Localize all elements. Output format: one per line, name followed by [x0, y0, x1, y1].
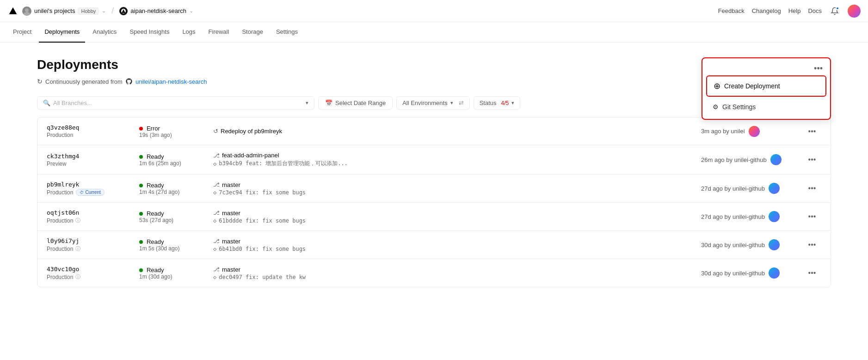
user-avatar: [769, 183, 780, 194]
row-more-button[interactable]: •••: [806, 267, 818, 279]
user-avatar: [749, 126, 760, 137]
tab-firewall[interactable]: Firewall: [203, 22, 235, 43]
docs-link[interactable]: Docs: [808, 7, 822, 14]
commit-icon: ◇: [213, 274, 216, 280]
status-indicator: Ready: [139, 266, 213, 273]
status-filter[interactable]: Status 4/5 ▾: [474, 96, 521, 110]
status-duration: 1m 5s (30d ago): [139, 245, 213, 252]
repo-badge[interactable]: aipan-netdisk-search ⌄: [119, 7, 193, 15]
plus-icon: ⊕: [714, 81, 720, 91]
topbar-left: unilei's projects Hobby ⌄ / aipan-netdis…: [7, 6, 718, 17]
tab-analytics[interactable]: Analytics: [87, 22, 122, 43]
repo-icon: [119, 7, 128, 15]
gear-icon: ⚙: [713, 103, 719, 111]
deployment-status-col: Ready 1m 5s (30d ago): [139, 238, 213, 252]
deployment-commit-col: ⎇ feat-add-admin-panel ◇ b394cb9 feat: 增…: [213, 152, 701, 168]
row-more-button[interactable]: •••: [806, 182, 818, 194]
more-options-button[interactable]: •••: [814, 64, 823, 74]
deploy-id: pb9mlreyk: [47, 181, 139, 188]
vercel-logo[interactable]: [7, 6, 18, 17]
status-duration: 19s (3m ago): [139, 132, 213, 138]
deploy-id: q3vze88eq: [47, 124, 139, 131]
deploy-id: l0y96i7yj: [47, 237, 139, 244]
deployment-status-col: Ready 53s (27d ago): [139, 210, 213, 223]
deployment-time-col: 30d ago by unilei-github: [701, 239, 803, 250]
date-range-filter[interactable]: 📅 Select Date Range: [318, 96, 393, 110]
commit-info: ◇ dec0497 fix: update the kw: [213, 274, 701, 280]
tab-storage[interactable]: Storage: [236, 22, 269, 43]
topbar-right: Feedback Changelog Help Docs: [718, 5, 861, 18]
tab-project[interactable]: Project: [7, 22, 37, 43]
row-actions-col: •••: [803, 154, 821, 166]
row-more-button[interactable]: •••: [806, 154, 818, 166]
environments-filter[interactable]: All Environments ▾ ⇄: [396, 96, 470, 110]
status-label: Status: [480, 99, 497, 106]
row-actions-col: •••: [803, 182, 821, 194]
deployment-commit-col: ⎇ master ◇ 6b41bd0 fix: fix some bugs: [213, 238, 701, 252]
row-more-button[interactable]: •••: [806, 239, 818, 251]
changelog-link[interactable]: Changelog: [752, 7, 781, 14]
feedback-link[interactable]: Feedback: [718, 7, 745, 14]
env-chevron-icon: ▾: [450, 100, 453, 106]
tab-settings[interactable]: Settings: [271, 22, 303, 43]
repo-link[interactable]: unilei/aipan-netdisk-search: [135, 78, 207, 85]
date-range-label: Select Date Range: [335, 99, 386, 106]
repo-name-label: aipan-netdisk-search: [130, 7, 186, 14]
tab-deployments[interactable]: Deployments: [39, 22, 85, 43]
environments-label: All Environments: [402, 99, 448, 106]
search-icon: 🔍: [43, 99, 50, 106]
status-text: Ready: [147, 238, 164, 245]
branches-placeholder: All Branches...: [53, 99, 92, 106]
deployment-status-col: Ready 1m 4s (27d ago): [139, 181, 213, 195]
help-link[interactable]: Help: [788, 7, 801, 14]
status-dot: [139, 127, 143, 130]
deployment-commit-col: ↺ Redeploy of pb9mlreyk: [213, 128, 701, 135]
status-chevron-icon: ▾: [511, 100, 514, 106]
create-deployment-button[interactable]: ⊕ Create Deployment: [706, 75, 826, 97]
status-dot: [139, 184, 143, 187]
user-avatar: [769, 239, 780, 250]
commit-icon: ◇: [213, 217, 216, 224]
git-settings-button[interactable]: ⚙ Git Settings: [706, 99, 826, 115]
deployment-status-col: Ready 1m 6s (25m ago): [139, 153, 213, 167]
info-icon: ⓘ: [75, 245, 80, 252]
notification-bell[interactable]: [829, 6, 840, 17]
time-ago: 3m ago by unilei: [701, 128, 745, 135]
user-project-badge[interactable]: unilei's projects Hobby ⌄: [22, 6, 106, 16]
github-icon: [125, 78, 133, 85]
status-text: Ready: [147, 153, 164, 160]
user-avatar: [769, 267, 780, 279]
current-badge: ⏱ Current: [76, 189, 104, 196]
current-icon: ⏱: [80, 190, 84, 195]
time-ago: 26m ago by unilei-github: [701, 156, 767, 163]
row-actions-col: •••: [803, 211, 821, 223]
branch-icon: ⎇: [213, 210, 220, 216]
row-actions-col: •••: [803, 125, 821, 137]
subtitle-prefix: Continuously generated from: [45, 78, 123, 85]
user-avatar-topbar[interactable]: [848, 5, 861, 18]
status-indicator: Ready: [139, 238, 213, 245]
status-count: 4/5: [501, 100, 509, 106]
branches-filter[interactable]: 🔍 All Branches... ▾: [37, 96, 314, 110]
status-indicator: Ready: [139, 210, 213, 217]
deployment-status-col: Error 19s (3m ago): [139, 124, 213, 138]
table-row: 430vc10go Production ⓘ Ready 1m (30d ago…: [37, 259, 831, 287]
user-avatar: [770, 154, 782, 165]
row-more-button[interactable]: •••: [806, 211, 818, 223]
branch-icon: ⎇: [213, 152, 220, 159]
tab-speed-insights[interactable]: Speed Insights: [124, 22, 175, 43]
svg-point-1: [25, 8, 29, 12]
status-text: Ready: [147, 182, 164, 189]
branches-chevron-icon: ▾: [306, 100, 308, 106]
row-more-button[interactable]: •••: [806, 125, 818, 137]
commit-icon: ◇: [213, 246, 216, 252]
deploy-env: Production ⏱ Current: [47, 189, 139, 196]
deployment-time-col: 30d ago by unilei-github: [701, 267, 803, 279]
action-dropdown: ••• ⊕ Create Deployment ⚙ Git Settings: [702, 57, 831, 120]
status-duration: 53s (27d ago): [139, 217, 213, 223]
table-row: q3vze88eq Production Error 19s (3m ago) …: [37, 118, 831, 145]
tab-logs[interactable]: Logs: [177, 22, 201, 43]
deployment-id-col: pb9mlreyk Production ⏱ Current: [47, 181, 139, 196]
commit-info: ◇ b394cb9 feat: 增加后台管理功能，可以添加...: [213, 160, 701, 168]
deployment-time-col: 26m ago by unilei-github: [701, 154, 803, 165]
